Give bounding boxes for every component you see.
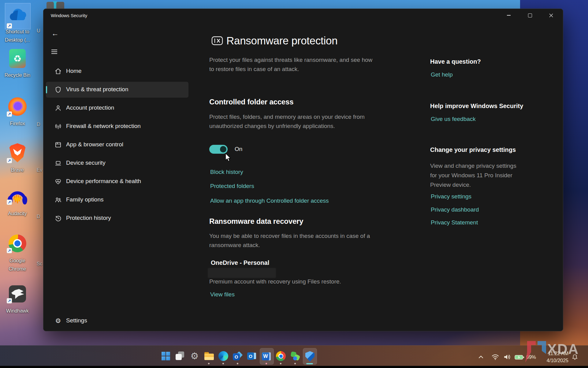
clock-tray-button[interactable]: 11:22 AM 4/10/2025 xyxy=(539,350,568,365)
desktop-icon-label: Windhawk xyxy=(2,307,33,315)
page-description: Protect your files against threats like … xyxy=(209,55,378,74)
desktop-icon-audacity[interactable]: ↗ Audacity xyxy=(0,184,35,225)
give-us-feedback-link[interactable]: Give us feedback xyxy=(431,116,476,122)
desktop-icon-label: Audacity xyxy=(2,209,33,218)
have-a-question-heading: Have a question? xyxy=(430,58,481,65)
sidebar-item-label: Device performance & health xyxy=(66,178,141,185)
sidebar-item-family-options[interactable]: Family options xyxy=(46,192,188,208)
redacted-account-email xyxy=(208,268,276,278)
sidebar-item-label: Family options xyxy=(66,196,104,203)
recycle-bin-icon: ♻ xyxy=(9,49,26,68)
running-indicator xyxy=(208,363,210,364)
task-view-button[interactable] xyxy=(173,348,187,364)
sidebar-item-label: Protection history xyxy=(66,215,111,221)
partial-desktop-label: Sc xyxy=(37,261,43,267)
desktop-icon-label: Firefox xyxy=(2,119,33,128)
block-history-link[interactable]: Block history xyxy=(210,169,243,175)
word-button[interactable]: W xyxy=(260,348,274,365)
desktop-icon-recycle-bin[interactable]: ♻ Recycle Bin xyxy=(0,46,35,86)
help-improve-heading: Help improve Windows Security xyxy=(430,103,523,110)
battery-charging-icon xyxy=(515,355,524,360)
notification-center-button[interactable]: z xyxy=(570,351,580,363)
maximize-button[interactable] xyxy=(523,9,537,22)
desktop-screen: ↗ Shortcut to Desktop (... ♻ Recycle Bin… xyxy=(0,0,588,368)
windows-security-button[interactable] xyxy=(303,348,317,365)
sidebar-item-device-security[interactable]: Device security xyxy=(46,155,188,171)
shortcut-arrow-icon: ↗ xyxy=(7,298,12,303)
settings-button[interactable]: ⚙ xyxy=(188,348,201,364)
edge-button[interactable] xyxy=(217,348,230,364)
privacy-statement-link[interactable]: Privacy Statement xyxy=(431,219,478,226)
taskbar: ⚙ O O W xyxy=(0,345,588,368)
photos-icon xyxy=(290,351,300,361)
battery-tray-button[interactable]: 99% xyxy=(515,352,538,362)
folder-icon xyxy=(204,351,214,361)
running-indicator xyxy=(237,363,238,364)
windows-security-window: Windows Security ← Home Virus xyxy=(43,9,563,331)
history-icon xyxy=(54,215,62,222)
outlook-icon: O xyxy=(233,351,243,361)
shortcut-arrow-icon: ↗ xyxy=(7,248,12,253)
page-title: Ransomware protection xyxy=(226,35,337,47)
get-help-link[interactable]: Get help xyxy=(431,71,453,78)
onedrive-account-note: Premium account with recovery using File… xyxy=(209,277,381,286)
sidebar-item-app-browser-control[interactable]: App & browser control xyxy=(46,137,188,153)
wifi-tray-button[interactable] xyxy=(490,351,501,363)
tray-time: 11:22 AM xyxy=(539,350,568,357)
menu-button[interactable] xyxy=(51,48,59,55)
outlook-new-button[interactable]: O xyxy=(231,348,244,364)
desktop-icon-windhawk[interactable]: ↗ Windhawk xyxy=(0,282,35,322)
antenna-icon xyxy=(54,123,62,130)
desktop-icon-shortcut-to-desktop[interactable]: ↗ Shortcut to Desktop (... xyxy=(0,0,35,46)
sidebar-item-label: Firewall & network protection xyxy=(66,123,141,130)
back-button[interactable]: ← xyxy=(50,28,61,39)
edge-icon xyxy=(218,351,228,361)
sidebar-item-label: Settings xyxy=(66,317,87,324)
sidebar-item-virus-threat-protection[interactable]: Virus & threat protection xyxy=(46,82,188,98)
privacy-dashboard-link[interactable]: Privacy dashboard xyxy=(431,206,479,213)
toggle-knob xyxy=(220,146,226,152)
family-icon xyxy=(54,196,62,204)
partial-desktop-label: Ev xyxy=(37,167,43,173)
chevron-up-icon xyxy=(478,355,483,359)
partial-desktop-icon-behind-window[interactable] xyxy=(47,1,64,9)
allow-app-link[interactable]: Allow an app through Controlled folder a… xyxy=(210,197,329,204)
toggle-state-label: On xyxy=(235,146,242,152)
svg-text:z: z xyxy=(576,355,577,357)
view-files-link[interactable]: View files xyxy=(210,291,235,298)
photos-button[interactable] xyxy=(288,348,302,364)
desktop-icon-label: Recycle Bin xyxy=(2,71,33,79)
partial-desktop-label: U xyxy=(37,28,43,34)
controlled-folder-access-toggle[interactable] xyxy=(209,145,228,154)
word-icon: W xyxy=(262,351,272,361)
close-button[interactable] xyxy=(544,9,558,22)
volume-tray-button[interactable] xyxy=(502,351,513,363)
minimize-button[interactable] xyxy=(502,9,516,22)
sidebar-item-label: Virus & threat protection xyxy=(66,86,128,93)
privacy-settings-link[interactable]: Privacy settings xyxy=(431,193,471,200)
sidebar-item-protection-history[interactable]: Protection history xyxy=(46,210,188,226)
sidebar-item-settings[interactable]: ⚙ Settings xyxy=(46,313,188,329)
windows-logo-icon xyxy=(162,352,170,360)
protected-folders-link[interactable]: Protected folders xyxy=(210,183,254,190)
sidebar-item-home[interactable]: Home xyxy=(46,63,188,79)
start-button[interactable] xyxy=(159,348,173,364)
hamburger-icon xyxy=(51,50,57,50)
tray-chevron-button[interactable] xyxy=(477,351,485,363)
onedrive-cloud-icon xyxy=(7,7,28,21)
sidebar-item-device-performance-health[interactable]: Device performance & health xyxy=(46,174,188,190)
sidebar-item-account-protection[interactable]: Account protection xyxy=(46,100,188,116)
chrome-button[interactable] xyxy=(274,348,288,364)
bell-zzz-icon: z xyxy=(571,353,579,361)
desktop-icon-google-chrome[interactable]: ↗ Google Chrome xyxy=(0,231,35,284)
desktop-icon-firefox[interactable]: ↗ Firefox xyxy=(0,94,35,134)
file-explorer-button[interactable] xyxy=(202,348,216,364)
security-shield-icon xyxy=(305,351,314,362)
sidebar-item-label: Account protection xyxy=(66,104,114,111)
ransomware-data-recovery-description: You may be able to recover files in thes… xyxy=(209,231,374,250)
desktop-icon-brave[interactable]: ↗ Brave xyxy=(0,140,35,180)
outlook-classic-button[interactable]: O xyxy=(245,348,259,364)
sidebar-item-firewall-network[interactable]: Firewall & network protection xyxy=(46,118,188,134)
desktop-icon-label: Shortcut to Desktop (... xyxy=(2,28,33,44)
ransomware-data-recovery-heading: Ransomware data recovery xyxy=(209,217,303,226)
